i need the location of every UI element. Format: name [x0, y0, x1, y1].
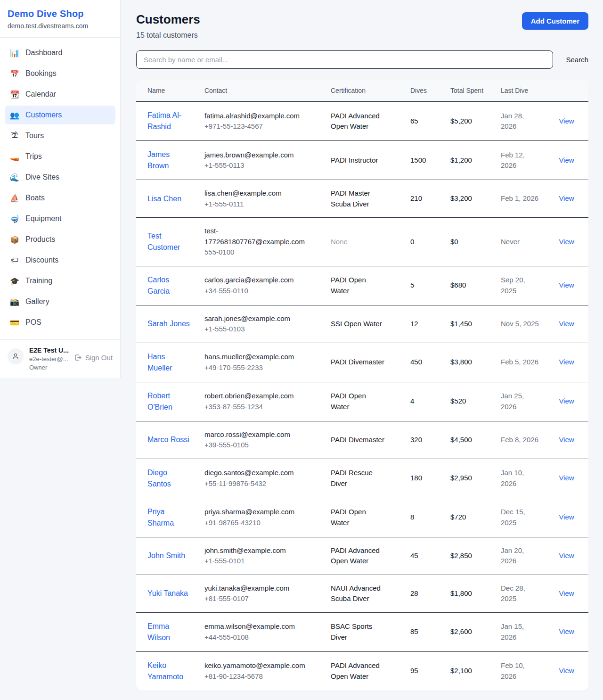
last-dive-cell: Feb 12, 2026: [501, 142, 545, 179]
sidebar-item-dashboard[interactable]: 📊Dashboard: [5, 43, 115, 62]
customer-email: hans.mueller@example.com: [204, 352, 308, 362]
column-header: Total Spent: [450, 80, 501, 101]
customer-name-link[interactable]: Sarah Jones: [147, 318, 190, 329]
graduation-cap-icon: 🎓: [10, 277, 19, 286]
sidebar-item-pos[interactable]: 💳POS: [5, 313, 115, 332]
sidebar-item-equipment[interactable]: 🤿Equipment: [5, 209, 115, 228]
certification-cell: PADI Open Water: [331, 267, 410, 304]
sidebar-item-label: Tours: [25, 132, 44, 140]
sidebar-item-dive-sites[interactable]: 🌊Dive Sites: [5, 168, 115, 187]
customer-name-link[interactable]: Fatima Al-Rashid: [147, 110, 191, 132]
sidebar-item-discounts[interactable]: 🏷Discounts: [5, 251, 115, 270]
view-customer-link[interactable]: View: [559, 667, 574, 675]
certification-value: SSI Open Water: [331, 320, 382, 328]
search-button[interactable]: Search: [566, 53, 588, 66]
customer-name-link[interactable]: Keiko Yamamoto: [147, 660, 191, 683]
view-customer-link[interactable]: View: [559, 238, 574, 246]
last-dive-cell: Jan 25, 2026: [501, 383, 545, 420]
view-customer-link[interactable]: View: [559, 552, 574, 560]
last-dive-value: Sep 20, 2025: [501, 276, 525, 295]
customer-name-link[interactable]: Yuki Tanaka: [147, 588, 188, 599]
certification-value: BSAC Sports Diver: [331, 622, 372, 641]
last-dive-cell: Sep 20, 2025: [501, 267, 545, 304]
user-email: e2e-tester@...: [29, 355, 68, 362]
table-row: James Brownjames.brown@example.com+1-555…: [136, 141, 588, 180]
table-row: Keiko Yamamotokeiko.yamamoto@example.com…: [136, 652, 588, 691]
customer-phone: +81-90-1234-5678: [204, 671, 308, 682]
sidebar-item-calendar[interactable]: 📆Calendar: [5, 85, 115, 104]
sidebar-item-label: Dashboard: [25, 49, 62, 57]
customer-name-link[interactable]: John Smith: [147, 550, 185, 561]
certification-value: PADI Instructor: [331, 156, 378, 164]
total-spent-cell: $0: [450, 229, 501, 255]
action-cell: View: [545, 427, 588, 453]
sidebar-item-label: Equipment: [25, 214, 62, 223]
tear-off-calendar-icon: 📆: [10, 90, 19, 99]
customer-name-link[interactable]: Lisa Chen: [147, 193, 181, 205]
contact-cell: keiko.yamamoto@example.com+81-90-1234-56…: [204, 652, 331, 690]
action-cell: View: [545, 658, 588, 684]
view-customer-link[interactable]: View: [559, 358, 574, 366]
sidebar-item-tours[interactable]: 🏝Tours: [5, 126, 115, 145]
customer-name-link[interactable]: Diego Santos: [147, 467, 191, 490]
add-customer-button[interactable]: Add Customer: [522, 12, 588, 30]
certification-cell: NAUI Advanced Scuba Diver: [331, 575, 410, 612]
sidebar-item-boats[interactable]: ⛵Boats: [5, 189, 115, 207]
customer-name-link[interactable]: Priya Sharma: [147, 506, 191, 529]
sidebar-nav: 📊Dashboard📅Bookings📆Calendar👥Customers🏝T…: [0, 38, 120, 339]
customer-phone: +1-555-0103: [204, 324, 308, 335]
dives-cell: 45: [410, 543, 450, 569]
sidebar-item-trips[interactable]: 🚤Trips: [5, 147, 115, 166]
last-dive-value: Feb 1, 2026: [501, 194, 538, 202]
view-customer-link[interactable]: View: [559, 281, 574, 289]
view-customer-link[interactable]: View: [559, 194, 574, 202]
view-customer-link[interactable]: View: [559, 513, 574, 521]
sidebar-item-products[interactable]: 📦Products: [5, 230, 115, 249]
customer-name-link[interactable]: Test Customer: [147, 231, 191, 253]
sidebar-item-training[interactable]: 🎓Training: [5, 272, 115, 290]
view-customer-link[interactable]: View: [559, 320, 574, 328]
customer-name-link[interactable]: Carlos Garcia: [147, 274, 191, 297]
certification-cell: SSI Open Water: [331, 311, 410, 338]
dives-cell: 4: [410, 388, 450, 415]
dives-cell: 85: [410, 618, 450, 645]
name-cell: Lisa Chen: [136, 185, 204, 213]
table-row: Fatima Al-Rashidfatima.alrashid@example.…: [136, 102, 588, 141]
customer-name-link[interactable]: Robert O'Brien: [147, 390, 191, 413]
view-customer-link[interactable]: View: [559, 436, 574, 444]
sidebar-item-label: Calendar: [25, 90, 56, 99]
credit-card-icon: 💳: [10, 318, 19, 327]
customer-email: marco.rossi@example.com: [204, 429, 308, 440]
search-input[interactable]: [136, 50, 553, 69]
contact-cell: priya.sharma@example.com+91-98765-43210: [204, 499, 331, 536]
table-row: Priya Sharmapriya.sharma@example.com+91-…: [136, 498, 588, 537]
sign-out-button[interactable]: Sign Out: [74, 354, 113, 362]
view-customer-link[interactable]: View: [559, 156, 574, 164]
view-customer-link[interactable]: View: [559, 474, 574, 482]
sidebar-item-customers[interactable]: 👥Customers: [5, 106, 115, 124]
last-dive-value: Jan 25, 2026: [501, 392, 524, 411]
island-icon: 🏝: [10, 132, 19, 140]
action-cell: View: [545, 543, 588, 569]
contact-cell: emma.wilson@example.com+44-555-0108: [204, 613, 331, 651]
view-customer-link[interactable]: View: [559, 627, 574, 635]
dives-cell: 8: [410, 504, 450, 531]
table-row: Test Customertest-1772681807767@example.…: [136, 218, 588, 266]
sidebar-item-bookings[interactable]: 📅Bookings: [5, 64, 115, 83]
view-customer-link[interactable]: View: [559, 589, 574, 597]
sidebar-item-gallery[interactable]: 📸Gallery: [5, 292, 115, 311]
column-header: Certification: [331, 80, 410, 101]
view-customer-link[interactable]: View: [559, 117, 574, 125]
table-row: Robert O'Brienrobert.obrien@example.com+…: [136, 382, 588, 421]
view-customer-link[interactable]: View: [559, 397, 574, 405]
certification-value: NAUI Advanced Scuba Diver: [331, 584, 381, 603]
certification-cell: PADI Advanced Open Water: [331, 537, 410, 575]
total-spent-cell: $720: [450, 504, 501, 531]
last-dive-value: Feb 8, 2026: [501, 436, 538, 444]
customer-name-link[interactable]: Hans Mueller: [147, 351, 191, 374]
action-cell: View: [545, 465, 588, 492]
customer-email: diego.santos@example.com: [204, 468, 308, 478]
customer-name-link[interactable]: Marco Rossi: [147, 434, 189, 445]
customer-name-link[interactable]: James Brown: [147, 149, 191, 172]
customer-name-link[interactable]: Emma Wilson: [147, 621, 191, 643]
